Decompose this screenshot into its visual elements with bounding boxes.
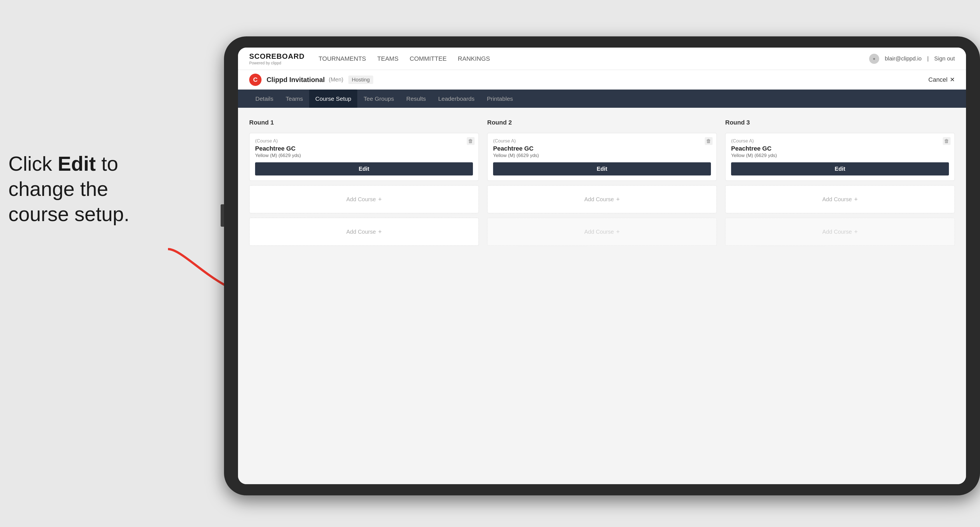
round-3-course-label: (Course A) (731, 138, 949, 144)
round-1-title: Round 1 (249, 119, 479, 126)
round-3-course-details: Yellow (M) (6629 yds) (731, 153, 949, 159)
round-2-course-details: Yellow (M) (6629 yds) (493, 153, 711, 159)
cancel-label: Cancel (929, 76, 948, 83)
nav-rankings[interactable]: RANKINGS (458, 53, 490, 65)
round-1-add-label-2: Add Course (346, 229, 376, 235)
round-1-course-name: Peachtree GC (255, 145, 473, 152)
round-1-delete-icon[interactable]: 🗑 (467, 137, 475, 145)
round-2-column: Round 2 🗑 (Course A) Peachtree GC Yellow… (487, 119, 717, 246)
instruction-text: Click Edit to change the course setup. (8, 151, 171, 227)
round-1-add-course-2[interactable]: Add Course + (249, 218, 479, 246)
tab-tee-groups[interactable]: Tee Groups (357, 90, 400, 108)
nav-committee[interactable]: COMMITTEE (410, 53, 447, 65)
round-2-edit-button[interactable]: Edit (493, 162, 711, 176)
instruction-bold: Edit (58, 152, 96, 175)
tab-results[interactable]: Results (400, 90, 432, 108)
nav-right: ● blair@clippd.io | Sign out (869, 54, 955, 64)
round-3-add-label-1: Add Course (822, 196, 852, 203)
tab-teams[interactable]: Teams (280, 90, 309, 108)
tab-course-setup[interactable]: Course Setup (309, 90, 357, 108)
user-email: blair@clippd.io (885, 56, 921, 62)
tab-details[interactable]: Details (249, 90, 280, 108)
rounds-container: Round 1 🗑 (Course A) Peachtree GC Yellow… (249, 119, 955, 246)
cancel-button[interactable]: Cancel ✕ (929, 76, 955, 83)
round-1-plus-icon-2: + (378, 228, 382, 235)
round-2-title: Round 2 (487, 119, 717, 126)
round-3-plus-icon-2: + (854, 228, 858, 235)
nav-tournaments[interactable]: TOURNAMENTS (319, 53, 366, 65)
round-3-delete-icon[interactable]: 🗑 (943, 137, 951, 145)
round-2-plus-icon-2: + (616, 228, 620, 235)
round-1-course-details: Yellow (M) (6629 yds) (255, 153, 473, 159)
top-nav: SCOREBOARD Powered by clippd TOURNAMENTS… (238, 48, 966, 70)
cancel-icon: ✕ (950, 76, 955, 83)
nav-teams[interactable]: TEAMS (377, 53, 398, 65)
round-3-add-course-1[interactable]: Add Course + (725, 185, 955, 213)
logo-area: SCOREBOARD Powered by clippd (249, 52, 305, 65)
round-3-edit-button[interactable]: Edit (731, 162, 949, 176)
side-button (221, 204, 224, 227)
round-1-add-label-1: Add Course (346, 196, 376, 203)
round-3-course-name: Peachtree GC (731, 145, 949, 152)
round-3-title: Round 3 (725, 119, 955, 126)
tournament-gender: (Men) (329, 76, 343, 83)
tournament-name: Clippd Invitational (267, 76, 325, 84)
round-2-course-name: Peachtree GC (493, 145, 711, 152)
tab-bar: Details Teams Course Setup Tee Groups Re… (238, 90, 966, 108)
round-2-add-label-2: Add Course (584, 229, 614, 235)
round-2-add-label-1: Add Course (584, 196, 614, 203)
tablet-frame: SCOREBOARD Powered by clippd TOURNAMENTS… (224, 37, 980, 495)
round-2-course-card: 🗑 (Course A) Peachtree GC Yellow (M) (66… (487, 133, 717, 181)
nav-links: TOURNAMENTS TEAMS COMMITTEE RANKINGS (319, 53, 869, 65)
round-1-course-label: (Course A) (255, 138, 473, 144)
tournament-bar: C Clippd Invitational (Men) Hosting Canc… (238, 70, 966, 90)
round-3-add-course-2: Add Course + (725, 218, 955, 246)
logo-subtitle: Powered by clippd (249, 61, 305, 65)
instruction-prefix: Click (8, 152, 58, 175)
round-3-course-card: 🗑 (Course A) Peachtree GC Yellow (M) (66… (725, 133, 955, 181)
round-2-course-label: (Course A) (493, 138, 711, 144)
tournament-logo: C (249, 74, 261, 86)
round-2-plus-icon-1: + (616, 196, 620, 203)
round-2-add-course-1[interactable]: Add Course + (487, 185, 717, 213)
round-1-add-course-1[interactable]: Add Course + (249, 185, 479, 213)
round-1-column: Round 1 🗑 (Course A) Peachtree GC Yellow… (249, 119, 479, 246)
round-1-course-card: 🗑 (Course A) Peachtree GC Yellow (M) (66… (249, 133, 479, 181)
user-avatar: ● (869, 54, 879, 64)
round-3-plus-icon-1: + (854, 196, 858, 203)
scoreboard-logo: SCOREBOARD (249, 52, 305, 61)
hosting-badge: Hosting (348, 76, 373, 84)
tab-printables[interactable]: Printables (481, 90, 519, 108)
round-1-edit-button[interactable]: Edit (255, 162, 473, 176)
sign-out-link[interactable]: Sign out (934, 56, 955, 62)
app-container: SCOREBOARD Powered by clippd TOURNAMENTS… (238, 48, 966, 484)
round-3-add-label-2: Add Course (822, 229, 852, 235)
round-2-add-course-2: Add Course + (487, 218, 717, 246)
main-content: Round 1 🗑 (Course A) Peachtree GC Yellow… (238, 108, 966, 484)
round-3-column: Round 3 🗑 (Course A) Peachtree GC Yellow… (725, 119, 955, 246)
round-2-delete-icon[interactable]: 🗑 (705, 137, 713, 145)
nav-separator: | (927, 56, 929, 62)
tab-leaderboards[interactable]: Leaderboards (432, 90, 481, 108)
tablet-screen: SCOREBOARD Powered by clippd TOURNAMENTS… (238, 48, 966, 484)
round-1-plus-icon-1: + (378, 196, 382, 203)
